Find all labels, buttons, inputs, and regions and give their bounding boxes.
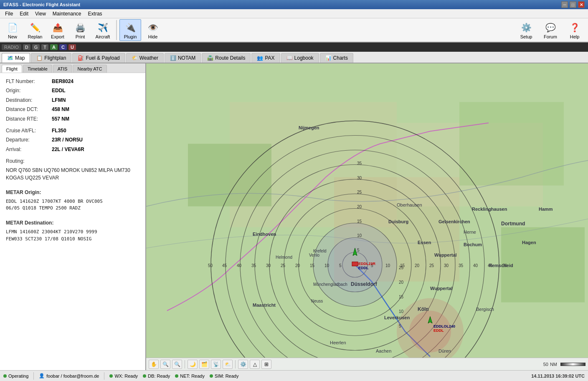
help-button[interactable]: ❓ Help	[563, 19, 586, 41]
tab-pax[interactable]: 👥 PAX	[251, 53, 280, 63]
menu-extras[interactable]: Extras	[85, 10, 106, 18]
map-area[interactable]: 5 10 15 20 25 30 35 50 45 40 35 30 25 20…	[146, 63, 588, 370]
tab-route[interactable]: 🛣️ Route Details	[202, 53, 251, 63]
zoom-in-tool[interactable]: 🔍	[160, 360, 170, 369]
wx-dot	[109, 374, 113, 378]
subtab-flight[interactable]: Flight	[2, 65, 22, 73]
svg-text:Hagen: Hagen	[522, 240, 536, 245]
radio-u-button[interactable]: U	[68, 44, 76, 50]
sim-text: SIM: Ready	[215, 373, 238, 378]
hide-label: Hide	[148, 34, 158, 39]
subtab-atis[interactable]: ATIS	[53, 65, 72, 73]
pan-tool[interactable]: ✋	[149, 360, 159, 369]
new-button[interactable]: 📄 New	[2, 19, 23, 41]
subtab-nearbyatc[interactable]: Nearby ATC	[73, 65, 106, 73]
window-controls[interactable]: ─ □ ✕	[561, 1, 585, 8]
metar-origin-section: METAR Origin: EDDL 141620Z 17007KT 4000 …	[6, 188, 139, 212]
svg-point-15	[226, 136, 484, 358]
subtab-timetable[interactable]: Timetable	[23, 65, 52, 73]
fuel-tab-label: Fuel & Payload	[86, 55, 119, 61]
svg-text:Krefeld: Krefeld	[313, 249, 327, 253]
tab-logbook[interactable]: 📖 Logbook	[281, 53, 319, 63]
logbook-tab-icon: 📖	[286, 55, 293, 61]
departure-row: Departure: 23R / NOR5U	[6, 136, 139, 144]
distance-dct-label: Distance DCT:	[6, 105, 52, 114]
user-text: foobar / foobar@froom.de	[46, 373, 99, 378]
svg-text:EDDL: EDDL	[433, 328, 444, 333]
metar-origin-value: EDDL 141620Z 17007KT 4000 BR OVC00506/05…	[6, 198, 139, 212]
svg-text:Nijmegen: Nijmegen	[299, 125, 319, 130]
arrival-value: 22L / VEVA6R	[52, 145, 84, 154]
hide-button[interactable]: 👁️ Hide	[142, 19, 164, 41]
map-scale: 50	[543, 362, 548, 367]
operating-dot	[3, 374, 7, 378]
departure-value: 23R / NOR5U	[52, 136, 83, 144]
minimize-button[interactable]: ─	[561, 1, 568, 8]
menu-view[interactable]: View	[32, 10, 49, 18]
weather-tool[interactable]: ⛅	[223, 360, 233, 369]
layer-tool[interactable]: 🗂️	[199, 360, 209, 369]
flightplan-tab-label: Flightplan	[44, 55, 66, 61]
close-button[interactable]: ✕	[578, 1, 585, 8]
traffic-tool[interactable]: 📡	[211, 360, 221, 369]
print-button[interactable]: 🖨️ Print	[69, 19, 91, 41]
svg-text:25: 25	[281, 263, 286, 268]
setup-button[interactable]: ⚙️ Setup	[514, 19, 538, 41]
tab-map[interactable]: 🗺️ Map	[2, 53, 30, 63]
db-text: DB: Ready	[148, 373, 170, 378]
svg-point-17	[313, 223, 397, 307]
settings-tool[interactable]: ⚙️	[238, 360, 248, 369]
aircraft-button[interactable]: ✈️ Aircraft	[92, 19, 114, 41]
maximize-button[interactable]: □	[570, 1, 576, 8]
arrival-label: Arrival:	[6, 145, 52, 154]
night-mode-tool[interactable]: 🌙	[188, 360, 198, 369]
map-tab-icon: 🗺️	[7, 55, 13, 61]
statusbar: Operating 👤 foobar / foobar@froom.de WX:…	[0, 370, 588, 381]
tab-charts[interactable]: 📊 Charts	[320, 53, 353, 63]
svg-rect-1	[230, 102, 397, 227]
status-user: 👤 foobar / foobar@froom.de	[39, 373, 99, 378]
titlebar: EFASS - Electronic Flight Assistant ─ □ …	[0, 0, 588, 9]
radio-g-button[interactable]: G	[32, 44, 40, 50]
tab-notam[interactable]: ℹ️ NOTAM	[165, 53, 201, 63]
radio-a-button[interactable]: A	[50, 44, 58, 50]
charts-tab-label: Charts	[333, 55, 348, 61]
svg-text:Gelsenkirchen: Gelsenkirchen	[438, 219, 470, 224]
svg-text:20: 20	[415, 263, 420, 268]
grid-tool[interactable]: ⊞	[261, 360, 271, 369]
hide-icon: 👁️	[146, 21, 160, 34]
svg-point-20	[409, 311, 451, 353]
zoom-out-tool[interactable]: 🔍	[172, 360, 182, 369]
tab-fuel[interactable]: ⛽ Fuel & Payload	[72, 53, 125, 63]
tab-weather[interactable]: 🌤️ Weather	[126, 53, 164, 63]
toolbar: 📄 New ✏️ Replan 📤 Export 🖨️ Print ✈️ Air…	[0, 18, 588, 43]
tab-flightplan[interactable]: 📋 Flightplan	[31, 53, 71, 63]
svg-text:50: 50	[208, 263, 213, 268]
menu-edit[interactable]: Edit	[16, 10, 32, 18]
metar-dest-section: METAR Destination: LFMN 141600Z 23004KT …	[6, 219, 139, 242]
net-dot	[175, 374, 178, 378]
forum-button[interactable]: 💬 Forum	[539, 19, 562, 41]
map-container[interactable]: 5 10 15 20 25 30 35 50 45 40 35 30 25 20…	[146, 63, 588, 358]
radio-t-button[interactable]: T	[41, 44, 48, 50]
flt-number-value: BER8024	[52, 77, 74, 86]
radio-c-button[interactable]: C	[59, 44, 67, 50]
svg-text:EDDL23R: EDDL23R	[358, 262, 376, 266]
map-svg: 5 10 15 20 25 30 35 50 45 40 35 30 25 20…	[146, 63, 588, 358]
plugin-button[interactable]: 🔌 Plugin	[119, 19, 141, 41]
radio-d-button[interactable]: D	[23, 44, 30, 50]
svg-rect-6	[501, 227, 585, 303]
triangle-tool[interactable]: △	[250, 360, 260, 369]
svg-rect-2	[334, 177, 459, 282]
distance-dct-value: 458 NM	[52, 105, 69, 114]
export-icon: 📤	[51, 21, 64, 34]
menu-maintenance[interactable]: Maintenance	[49, 10, 85, 18]
svg-text:Oberhausen: Oberhausen	[397, 202, 422, 207]
toolbar-right: ⚙️ Setup 💬 Forum ❓ Help	[514, 19, 586, 41]
svg-text:45: 45	[488, 263, 493, 268]
replan-button[interactable]: ✏️ Replan	[24, 19, 46, 41]
notam-tab-icon: ℹ️	[170, 55, 176, 61]
destination-label: Destination:	[6, 96, 52, 104]
menu-file[interactable]: File	[2, 10, 16, 18]
export-button[interactable]: 📤 Export	[47, 19, 68, 41]
